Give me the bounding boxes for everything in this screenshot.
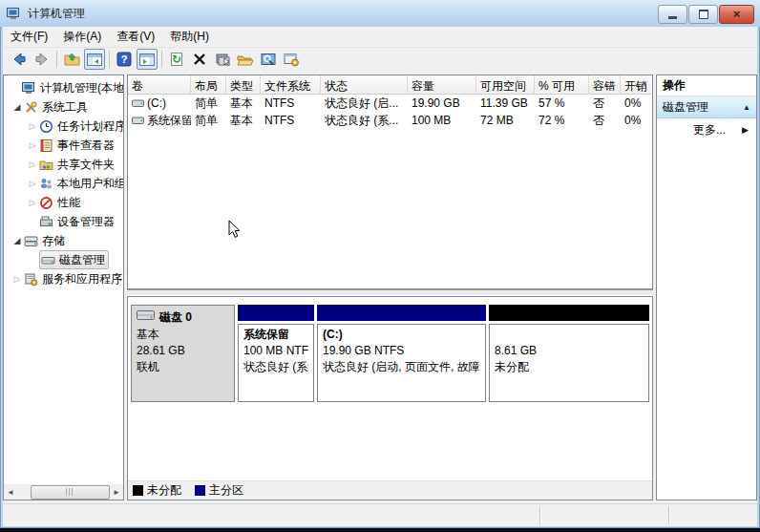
statusbar — [3, 503, 757, 526]
column-header-volume[interactable]: 卷 — [128, 75, 191, 95]
scrollbar-thumb[interactable] — [31, 485, 110, 500]
column-header-percent-free[interactable]: % 可用 — [535, 75, 589, 95]
tree-item-computer-management[interactable]: ▷ 计算机管理(本地) — [4, 78, 123, 97]
column-header-fault-tolerance[interactable]: 容错 — [589, 75, 621, 95]
properties-icon[interactable] — [212, 49, 233, 70]
partition-status: 状态良好 (系统, 活动, 主分区) — [243, 359, 308, 375]
volume-cell: NTFS — [261, 96, 321, 110]
column-header-capacity[interactable]: 容量 — [408, 75, 476, 95]
column-header-status[interactable]: 状态 — [321, 75, 408, 95]
partition-size: 19.90 GB NTFS — [323, 343, 480, 359]
column-header-filesystem[interactable]: 文件系统 — [261, 75, 321, 95]
menu-help[interactable]: 帮助(H) — [162, 27, 217, 47]
expander-icon[interactable]: ▷ — [26, 121, 39, 131]
svg-text:?: ? — [121, 53, 128, 65]
volume-row-system-reserved[interactable]: 系统保留 简单 基本 NTFS 状态良好 (系... 100 MB 72 MB … — [128, 112, 652, 129]
actions-pane: 操作 磁盘管理 ▲ 更多... ▶ — [656, 74, 757, 500]
expander-icon[interactable]: ◢ — [11, 102, 24, 112]
delete-icon[interactable] — [189, 49, 210, 70]
tree-item-services-applications[interactable]: ▷ 服务和应用程序 — [4, 269, 123, 288]
partition-name — [495, 327, 644, 343]
open-folder-icon[interactable] — [235, 49, 256, 70]
client-area: 文件(F) 操作(A) 查看(V) 帮助(H) ? — [3, 27, 757, 525]
tree-item-disk-management[interactable]: ▷ 磁盘管理 — [4, 250, 123, 269]
volume-row-c[interactable]: (C:) 简单 基本 NTFS 状态良好 (启... 19.90 GB 11.3… — [128, 95, 652, 112]
volume-name: (C:) — [147, 96, 166, 110]
tree-item-local-users-groups[interactable]: ▷ 本地用户和组 — [4, 174, 123, 193]
disk-name: 磁盘 0 — [159, 309, 192, 326]
forward-icon[interactable] — [32, 49, 53, 70]
task-scheduler-icon — [39, 119, 53, 134]
event-viewer-icon — [39, 138, 53, 153]
disk-status: 联机 — [137, 359, 229, 375]
help-icon[interactable]: ? — [114, 49, 135, 70]
close-button[interactable]: × — [719, 5, 754, 24]
tree-item-task-scheduler[interactable]: ▷ 任务计划程序 — [4, 117, 123, 136]
tree-item-label: 计算机管理(本地) — [40, 80, 124, 96]
restore-icon — [699, 10, 708, 19]
tree-item-label: 设备管理器 — [57, 214, 115, 230]
back-icon[interactable] — [9, 49, 30, 70]
action-pane-toggle-icon[interactable] — [137, 49, 158, 70]
tree-item-label: 事件查看器 — [57, 138, 115, 154]
partition-color-bar — [317, 305, 486, 321]
export-list-icon[interactable] — [61, 49, 82, 70]
titlebar[interactable]: 计算机管理 × — [0, 0, 760, 27]
volume-cell: 72 % — [535, 114, 589, 127]
expander-icon[interactable]: ▷ — [26, 140, 39, 150]
menu-file[interactable]: 文件(F) — [3, 27, 55, 47]
tree-item-storage[interactable]: ◢ 存储 — [4, 231, 123, 250]
desktop-edge — [0, 528, 760, 532]
disk0-info-box[interactable]: 磁盘 0 基本 28.61 GB 联机 — [131, 305, 235, 402]
restore-button[interactable] — [688, 5, 718, 24]
tree-horizontal-scrollbar[interactable]: ◄ ► — [4, 484, 123, 500]
legend-bar: 未分配 主分区 — [128, 480, 652, 500]
scrollbar-grip — [66, 488, 74, 496]
tree-item-shared-folders[interactable]: ▷ 共享文件夹 — [4, 155, 123, 174]
disk-management-icon — [41, 253, 55, 267]
volume-icon — [132, 116, 144, 125]
tree-item-event-viewer[interactable]: ▷ 事件查看器 — [4, 136, 123, 155]
minimize-button[interactable] — [658, 5, 687, 24]
storage-icon — [24, 234, 38, 248]
console-tree-toggle-icon[interactable] — [84, 49, 105, 70]
expander-icon[interactable]: ▷ — [26, 179, 39, 188]
tree-item-device-manager[interactable]: ▷ 设备管理器 — [4, 212, 123, 231]
column-header-type[interactable]: 类型 — [226, 75, 261, 95]
pane-splitter[interactable] — [127, 289, 653, 296]
scroll-right-icon[interactable]: ► — [110, 484, 123, 500]
column-header-free-space[interactable]: 可用空间 — [476, 75, 535, 95]
volume-cell: 基本 — [226, 113, 261, 129]
disk-size: 28.61 GB — [137, 343, 229, 359]
unallocated-swatch-icon — [133, 485, 143, 496]
tree-item-label: 存储 — [42, 233, 65, 249]
statusbar-divider — [668, 506, 670, 524]
expander-icon[interactable]: ▷ — [11, 274, 24, 284]
scroll-left-icon[interactable]: ◄ — [4, 484, 17, 500]
expander-icon[interactable]: ◢ — [11, 236, 24, 245]
menu-action[interactable]: 操作(A) — [55, 27, 109, 47]
expander-icon[interactable]: ▷ — [26, 198, 39, 207]
tree-item-label: 本地用户和组 — [57, 176, 124, 192]
tree-item-performance[interactable]: ▷ 性能 — [4, 193, 123, 212]
collapse-icon[interactable]: ▲ — [743, 103, 750, 112]
partition-size: 100 MB NTFS — [243, 343, 308, 359]
find-icon[interactable] — [258, 49, 279, 70]
unallocated-space[interactable]: 8.61 GB 未分配 — [489, 305, 649, 402]
toolbar-separator — [56, 51, 57, 68]
window-title: 计算机管理 — [28, 6, 85, 22]
menu-view[interactable]: 查看(V) — [109, 27, 162, 47]
volume-cell: 57 % — [535, 96, 589, 110]
refresh-icon[interactable]: ↻ — [166, 49, 187, 70]
toolbar: ? ↻ — [3, 47, 757, 72]
column-header-overhead[interactable]: 开销 — [621, 75, 651, 95]
partition-system-reserved[interactable]: 系统保留 100 MB NTFS 状态良好 (系统, 活动, 主分区) — [238, 305, 314, 402]
minimize-icon — [668, 16, 677, 19]
column-header-layout[interactable]: 布局 — [191, 75, 226, 95]
expander-icon[interactable]: ▷ — [26, 160, 39, 169]
partition-c[interactable]: (C:) 19.90 GB NTFS 状态良好 (启动, 页面文件, 故障转储,… — [317, 305, 486, 402]
tree-item-system-tools[interactable]: ◢ 系统工具 — [4, 97, 123, 117]
services-icon[interactable] — [281, 49, 302, 70]
actions-more-item[interactable]: 更多... ▶ — [657, 118, 756, 141]
actions-group-disk-management[interactable]: 磁盘管理 ▲ — [657, 96, 756, 118]
